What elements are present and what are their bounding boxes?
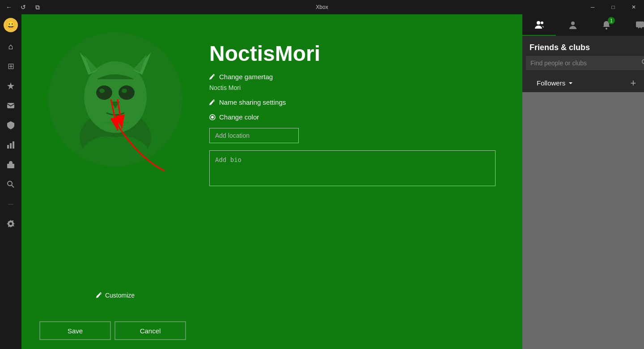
location-input[interactable] — [209, 128, 299, 143]
svg-point-12 — [122, 89, 127, 93]
right-sidebar: 1 Friends & clubs Followers + + + — [522, 14, 644, 349]
svg-rect-3 — [13, 141, 14, 149]
right-sidebar-tabs: 1 — [522, 14, 644, 36]
window-controls: ─ □ ✕ — [582, 0, 644, 14]
minimize-button[interactable]: ─ — [582, 0, 603, 14]
sidebar-item-safety[interactable] — [2, 116, 20, 134]
sidebar-item-achievements[interactable] — [2, 77, 20, 95]
svg-point-21 — [606, 28, 607, 30]
svg-point-23 — [642, 60, 644, 64]
avatar-section: Customize — [48, 32, 182, 294]
add-follower-button[interactable]: + — [626, 76, 640, 90]
svg-rect-0 — [7, 103, 14, 108]
svg-point-17 — [211, 116, 214, 119]
customize-button[interactable]: Customize — [96, 292, 135, 299]
refresh-button[interactable]: ↺ — [18, 2, 29, 13]
avatar-circle — [48, 32, 182, 166]
name-sharing-action[interactable]: Name sharing settings — [209, 98, 496, 106]
back-button[interactable]: ← — [4, 2, 14, 13]
titlebar-left: ← ↺ ⧉ — [0, 2, 43, 13]
svg-rect-22 — [636, 21, 644, 27]
notification-badge: 1 — [608, 17, 615, 24]
sidebar-item-stats[interactable] — [2, 136, 20, 154]
profile-info: NoctisMori Change gamertag Noctis Mori N… — [209, 32, 496, 294]
svg-point-18 — [537, 21, 540, 25]
svg-point-20 — [571, 21, 575, 25]
tab-party[interactable] — [556, 14, 589, 36]
restore-button[interactable]: □ — [603, 0, 623, 14]
change-color-action[interactable]: Change color — [209, 113, 496, 121]
bottom-buttons: Save Cancel — [21, 312, 522, 349]
friends-clubs-header: Friends & clubs — [522, 36, 644, 56]
app-container: 😀 ⌂ ⊞ — — [0, 14, 644, 349]
cancel-button[interactable]: Cancel — [114, 321, 186, 340]
bio-input[interactable] — [209, 150, 496, 186]
tab-chat[interactable] — [623, 14, 644, 36]
svg-point-11 — [99, 89, 105, 93]
main-content: Customize NoctisMori Change gamertag Noc… — [21, 14, 522, 349]
search-bar — [526, 56, 644, 70]
sidebar-item-divider: — — [2, 195, 20, 213]
search-input[interactable] — [530, 60, 638, 67]
svg-point-9 — [96, 85, 112, 100]
followers-section-header: Followers + — [522, 74, 644, 92]
sidebar-item-store[interactable] — [2, 156, 20, 174]
search-icon[interactable] — [641, 59, 644, 68]
svg-point-5 — [8, 181, 12, 186]
sidebar-item-home[interactable]: ⌂ — [2, 38, 20, 55]
svg-point-19 — [541, 21, 543, 24]
gamertag-display: NoctisMori — [209, 41, 496, 66]
capture-button[interactable]: ⧉ — [32, 2, 43, 13]
sidebar-item-settings[interactable] — [2, 215, 20, 233]
avatar[interactable]: 😀 — [4, 18, 18, 32]
save-button[interactable]: Save — [39, 321, 111, 340]
left-sidebar: 😀 ⌂ ⊞ — — [0, 14, 21, 349]
tab-notifications[interactable]: 1 — [589, 14, 623, 36]
avatar-mask-svg — [62, 39, 169, 160]
svg-point-10 — [119, 85, 135, 100]
sidebar-item-games[interactable]: ⊞ — [2, 57, 20, 75]
sidebar-item-search[interactable] — [2, 175, 20, 193]
close-button[interactable]: ✕ — [623, 0, 644, 14]
change-gamertag-action[interactable]: Change gamertag — [209, 73, 496, 81]
svg-rect-2 — [10, 143, 12, 149]
real-name-display: Noctis Mori — [209, 84, 496, 91]
svg-line-6 — [12, 185, 14, 187]
profile-area: Customize NoctisMori Change gamertag Noc… — [21, 14, 522, 312]
svg-rect-4 — [7, 164, 14, 168]
followers-label: Followers — [537, 79, 565, 87]
svg-rect-1 — [7, 145, 9, 149]
tab-friends[interactable] — [522, 14, 556, 36]
titlebar: ← ↺ ⧉ Xbox ─ □ ✕ — [0, 0, 644, 14]
followers-list-area: + + + + — [522, 92, 644, 349]
followers-toggle[interactable]: Followers — [530, 76, 580, 90]
app-title: Xbox — [316, 4, 328, 10]
sidebar-item-messages[interactable] — [2, 97, 20, 115]
